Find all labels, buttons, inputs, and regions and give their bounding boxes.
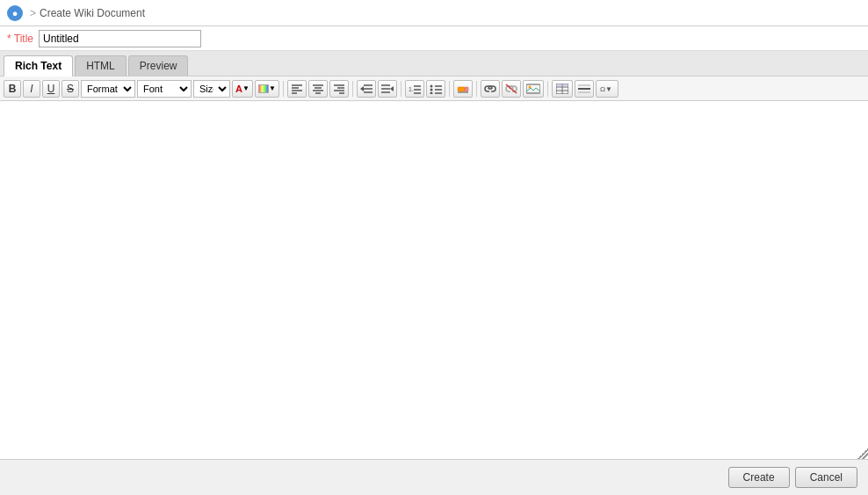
hr-icon	[578, 84, 590, 94]
bold-button[interactable]: B	[4, 80, 21, 98]
strikethrough-button[interactable]: S	[61, 80, 79, 98]
remove-link-button[interactable]	[502, 80, 521, 98]
font-color-button[interactable]: A ▼	[232, 80, 253, 98]
title-label: * Title	[7, 33, 33, 45]
link-icon	[484, 84, 496, 94]
align-center-button[interactable]	[308, 80, 328, 98]
svg-point-24	[430, 84, 433, 87]
align-left-icon	[292, 84, 302, 94]
eraser-icon	[457, 84, 469, 94]
indent-button[interactable]	[378, 80, 397, 98]
tabs-row: Rich Text HTML Preview	[0, 51, 868, 76]
unlink-icon	[505, 84, 517, 94]
align-right-icon	[334, 84, 344, 94]
clear-format-button[interactable]	[453, 80, 473, 98]
separator-2	[352, 81, 353, 97]
format-select[interactable]: Format Paragraph Heading 1 Heading 2 Hea…	[81, 80, 135, 98]
ordered-list-button[interactable]: 1.	[405, 80, 424, 98]
table-icon	[556, 84, 568, 94]
separator-6	[547, 81, 548, 97]
tab-rich-text[interactable]: Rich Text	[4, 55, 73, 76]
cancel-button[interactable]: Cancel	[795, 467, 857, 488]
image-icon	[526, 84, 540, 94]
tab-preview[interactable]: Preview	[128, 55, 189, 76]
breadcrumb-bar: ● > Create Wiki Document	[0, 0, 868, 26]
special-chars-icon: Ω▼	[600, 84, 614, 94]
size-select[interactable]: Size 891011 12141618 2436	[193, 80, 230, 98]
separator-5	[476, 81, 477, 97]
editor-content[interactable]	[0, 101, 868, 459]
resize-handle[interactable]	[857, 448, 868, 459]
svg-marker-15	[360, 86, 364, 91]
breadcrumb-text: Create Wiki Document	[40, 7, 145, 19]
horizontal-rule-button[interactable]	[575, 80, 594, 98]
svg-marker-19	[390, 86, 394, 91]
insert-link-button[interactable]	[481, 80, 500, 98]
ordered-list-icon: 1.	[409, 84, 421, 94]
insert-image-button[interactable]	[523, 80, 544, 98]
svg-text:Ω▼: Ω▼	[600, 85, 612, 93]
create-button[interactable]: Create	[728, 467, 790, 488]
separator-4	[449, 81, 450, 97]
unordered-list-button[interactable]	[426, 80, 445, 98]
unordered-list-icon	[430, 84, 442, 94]
tab-html[interactable]: HTML	[75, 55, 127, 76]
svg-rect-41	[556, 84, 568, 87]
font-select[interactable]: Font Arial Times New Roman Courier New V…	[137, 80, 192, 98]
title-input[interactable]	[39, 30, 201, 47]
outdent-icon	[360, 84, 373, 94]
outdent-button[interactable]	[357, 80, 376, 98]
svg-rect-35	[526, 84, 540, 93]
footer: Create Cancel	[0, 459, 868, 495]
svg-text:1.: 1.	[409, 86, 414, 92]
underline-button[interactable]: U	[42, 80, 60, 98]
toolbar: B I U S Format Paragraph Heading 1 Headi…	[0, 76, 868, 101]
title-row: * Title	[0, 26, 868, 51]
indent-icon	[381, 84, 394, 94]
main-wrapper: ● > Create Wiki Document * Title Rich Te…	[0, 0, 868, 495]
separator-3	[401, 81, 401, 97]
align-center-icon	[313, 84, 323, 94]
separator-1	[283, 81, 284, 97]
editor-frame	[0, 101, 868, 459]
breadcrumb-separator: >	[30, 7, 36, 19]
svg-point-25	[430, 88, 433, 91]
italic-button[interactable]: I	[23, 80, 40, 98]
insert-table-button[interactable]	[552, 80, 573, 98]
home-icon[interactable]: ●	[7, 5, 23, 21]
svg-rect-31	[465, 87, 468, 91]
content-area: B I U S Format Paragraph Heading 1 Headi…	[0, 76, 868, 459]
svg-rect-30	[458, 87, 465, 91]
align-right-button[interactable]	[329, 80, 349, 98]
special-chars-button[interactable]: Ω▼	[596, 80, 618, 98]
svg-point-26	[430, 91, 433, 94]
highlight-color-button[interactable]: ▼	[255, 80, 279, 98]
align-left-button[interactable]	[287, 80, 307, 98]
